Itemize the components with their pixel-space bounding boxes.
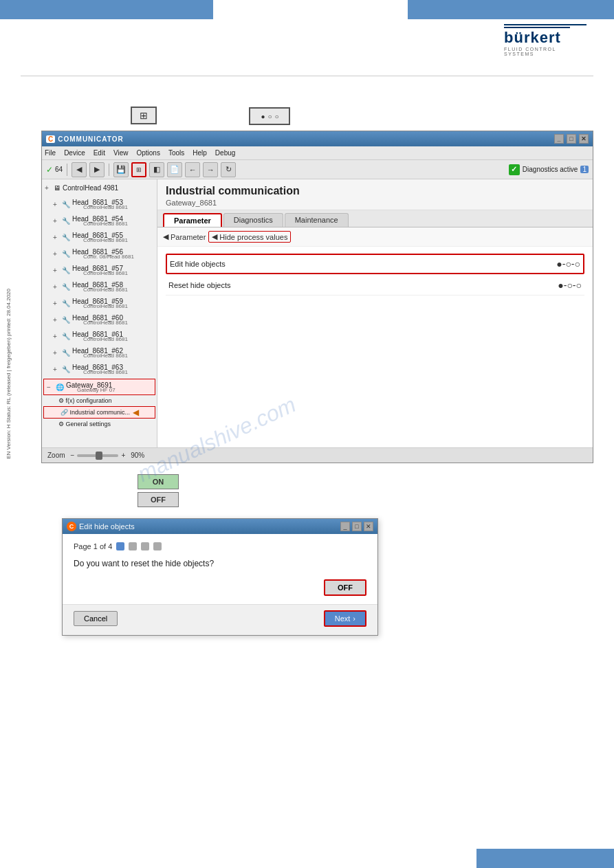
dialog-title: Edit hide objects — [79, 522, 135, 531]
dialog-controls[interactable]: _ □ ✕ — [340, 522, 373, 531]
next-button[interactable]: Next › — [324, 610, 366, 627]
close-button[interactable]: ✕ — [579, 134, 589, 144]
tree-sublabel-57: ControlHead 8681 — [83, 270, 128, 276]
menu-help[interactable]: Help — [193, 149, 207, 157]
toolbar-check: ✓ 64 — [46, 165, 63, 175]
menu-file[interactable]: File — [45, 149, 56, 157]
tree-item-controlhead[interactable]: + 🖥 ControlHead 4981 — [42, 179, 157, 196]
panel-subtitle: Gateway_8681 — [166, 199, 584, 207]
toolbar-btn-industrial[interactable]: ⊞ — [131, 162, 146, 177]
tree-item-59[interactable]: + 🔧 Head_8681_#59 ControlHead 8681 — [42, 295, 157, 311]
comm-logo: C — [46, 135, 55, 143]
toolbar-btn-save[interactable]: 💾 — [113, 162, 129, 177]
brand-logo: bürkert — [504, 30, 586, 45]
toolbar-btn-fwd[interactable]: → — [203, 162, 218, 177]
tree-item-56[interactable]: + 🔧 Head_8681_#56 Contr. 08/Head 8681 — [42, 245, 157, 262]
toolbar-btn-2[interactable]: ▶ — [89, 162, 105, 177]
param-row-reset-hide[interactable]: Reset hide objects ●-○-○ — [166, 276, 584, 296]
breadcrumb-back-arrow: ◀ — [163, 232, 168, 241]
menu-edit[interactable]: Edit — [94, 149, 105, 157]
tree-item-55[interactable]: + 🔧 Head_8681_#55 ControlHead 8681 — [42, 229, 157, 245]
cancel-button[interactable]: Cancel — [74, 611, 118, 626]
tree-item-53[interactable]: + 🔧 Head_8681_#53 ControlHead 8681 — [42, 196, 157, 212]
param-toggle-reset: ●-○-○ — [558, 280, 582, 291]
expand-icon-53: + — [53, 201, 60, 208]
tree-sublabel-55: ControlHead 8681 — [83, 237, 128, 243]
dialog-minimize[interactable]: _ — [340, 522, 350, 531]
maximize-button[interactable]: □ — [567, 134, 576, 144]
titlebar-controls[interactable]: _ □ ✕ — [554, 134, 589, 144]
menu-tools[interactable]: Tools — [168, 149, 184, 157]
menu-device[interactable]: Device — [64, 149, 85, 157]
menu-debug[interactable]: Debug — [215, 149, 235, 157]
tree-item-60[interactable]: + 🔧 Head_8681_#60 ControlHead 8681 — [42, 311, 157, 328]
menu-view[interactable]: View — [113, 149, 129, 157]
side-margin-text: EN Version: H Status: RL (released | fre… — [6, 289, 12, 459]
prog-dot-1 — [116, 542, 124, 550]
toolbar-btn-refresh[interactable]: ↻ — [221, 162, 236, 177]
tree-item-54[interactable]: + 🔧 Head_8681_#54 ControlHead 8681 — [42, 212, 157, 229]
tree-sublabel-54: ControlHead 8681 — [83, 221, 128, 227]
panel-title: Industrial communication — [166, 185, 584, 197]
param-toggle-edit: ●-○-○ — [556, 258, 580, 269]
prog-dot-4 — [153, 542, 162, 550]
zoom-slider[interactable]: − + — [71, 452, 126, 459]
param-row-edit-hide[interactable]: Edit hide objects ●-○-○ — [166, 254, 584, 274]
dialog-titlebar-left: C Edit hide objects — [67, 522, 135, 531]
breadcrumb: ◀ Parameter ◀ Hide process values — [157, 227, 593, 247]
toolbar-btn-4[interactable]: 📄 — [167, 162, 182, 177]
page-number-bar — [476, 849, 614, 868]
header-bar-left — [0, 0, 213, 19]
toolbar-btn-1[interactable]: ◀ — [72, 162, 87, 177]
off-button[interactable]: OFF — [138, 492, 179, 507]
tree-sublabel-62: ControlHead 8681 — [83, 353, 128, 359]
off-toggle-button[interactable]: OFF — [324, 579, 366, 596]
diag-label: Diagnostics active — [523, 166, 578, 173]
zoom-value: 90% — [131, 452, 144, 459]
toolbar-btn-3[interactable]: ◧ — [149, 162, 164, 177]
status-bar: Zoom − + 90% — [42, 447, 593, 463]
on-off-buttons: ON OFF — [138, 474, 593, 507]
breadcrumb-hide-values[interactable]: ◀ Hide process values — [208, 231, 291, 243]
logo-area: bürkert FLUID CONTROL SYSTEMS — [504, 24, 586, 56]
panel-header: Industrial communication Gateway_8681 — [157, 179, 593, 210]
toolbar-btn-back[interactable]: ← — [185, 162, 200, 177]
toolbar: ✓ 64 ◀ ▶ 💾 ⊞ ◧ 📄 ← → ↻ ✓ Diagnostics act… — [42, 160, 593, 179]
dialog-close[interactable]: ✕ — [364, 522, 373, 531]
toolbar-sep-2 — [109, 164, 109, 176]
dialog-maximize[interactable]: □ — [352, 522, 362, 531]
tree-item-61[interactable]: + 🔧 Head_8681_#61 ControlHead 8681 — [42, 328, 157, 344]
breadcrumb-param-label: Parameter — [171, 233, 206, 241]
breadcrumb-hide-label: Hide process values — [219, 233, 287, 241]
prog-dot-2 — [129, 542, 137, 550]
sub-item-general[interactable]: ⚙ General settings — [42, 420, 157, 428]
tree-item-62[interactable]: + 🔧 Head_8681_#62 ControlHead 8681 — [42, 344, 157, 361]
minimize-button[interactable]: _ — [554, 134, 564, 144]
menu-options[interactable]: Options — [136, 149, 160, 157]
tree-item-57[interactable]: + 🔧 Head_8681_#57 ControlHead 8681 — [42, 262, 157, 278]
tab-parameter[interactable]: Parameter — [163, 213, 222, 227]
step-icon-1: ⊞ — [131, 107, 157, 124]
tab-maintenance[interactable]: Maintenance — [285, 213, 349, 227]
tree-item-58[interactable]: + 🔧 Head_8681_#58 ControlHead 8681 — [42, 278, 157, 295]
tree-sublabel-53: ControlHead 8681 — [83, 204, 128, 210]
page-divider — [21, 76, 593, 76]
tree-sublabel-63: ControlHead 8681 — [83, 369, 128, 375]
tree-sublabel-56: Contr. 08/Head 8681 — [83, 254, 134, 260]
dialog-question: Do you want to reset the hide objects? — [74, 559, 366, 568]
tree-sublabel-gateway: Gateway HF 07 — [77, 387, 116, 393]
progress-dots — [116, 542, 162, 550]
on-button[interactable]: ON — [138, 474, 179, 489]
tree-sublabel-60: ControlHead 8681 — [83, 320, 128, 326]
dialog-footer: Cancel Next › — [63, 604, 377, 635]
tree-item-gateway[interactable]: − 🌐 Gateway_8691 Gateway HF 07 — [43, 379, 155, 395]
dialog-titlebar: C Edit hide objects _ □ ✕ — [63, 519, 377, 534]
tree-item-63[interactable]: + 🔧 Head_8681_#63 ControlHead 8681 — [42, 361, 157, 377]
sub-item-industrial[interactable]: 🔗 Industrial communic... ◀ — [43, 406, 155, 419]
tab-diagnostics[interactable]: Diagnostics — [223, 213, 283, 227]
sub-item-fx[interactable]: ⚙ f(x) configuration — [42, 397, 157, 405]
diag-checkmark: ✓ — [509, 164, 520, 175]
tree-sublabel-58: ControlHead 8681 — [83, 287, 128, 293]
breadcrumb-parameter[interactable]: ◀ Parameter — [163, 232, 206, 241]
device-tree: + 🖥 ControlHead 4981 + 🔧 Head_8681_#53 C… — [42, 179, 157, 447]
